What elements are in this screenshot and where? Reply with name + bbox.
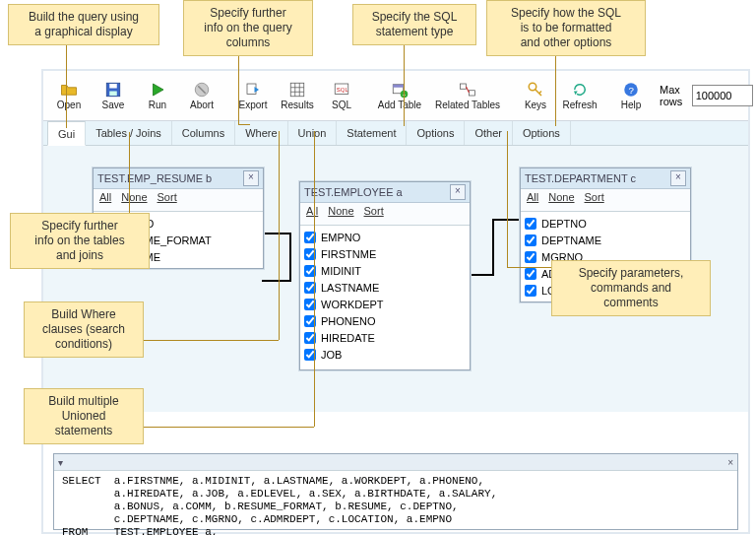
column-row[interactable]: HIREDATE xyxy=(304,329,466,346)
tab-options[interactable]: Options xyxy=(407,121,465,145)
column-checkbox[interactable] xyxy=(525,268,536,280)
column-row[interactable]: DEPTNAME xyxy=(525,232,686,248)
run-button[interactable]: Run xyxy=(136,74,179,117)
sql-panel-header: ▾ × xyxy=(54,454,737,471)
sort-link[interactable]: Sort xyxy=(585,191,604,209)
column-row[interactable]: FIRSTNME xyxy=(304,245,466,262)
sort-link[interactable]: Sort xyxy=(158,191,177,209)
close-icon[interactable]: × xyxy=(727,457,733,468)
close-icon[interactable]: × xyxy=(450,184,466,200)
tab-options-2[interactable]: Options xyxy=(513,121,571,145)
close-icon[interactable]: × xyxy=(670,170,686,186)
lead-line xyxy=(123,340,279,341)
max-rows-label: Max rows xyxy=(660,84,688,107)
tab-other[interactable]: Other xyxy=(465,121,513,145)
sql-button[interactable]: SQL SQL xyxy=(320,74,363,117)
export-icon xyxy=(244,81,262,99)
table-header[interactable]: TEST.EMPLOYEE a × xyxy=(300,182,470,203)
column-label: LASTNAME xyxy=(321,282,379,294)
callout-union: Build multiple Unioned statements xyxy=(24,388,144,444)
svg-rect-2 xyxy=(109,92,117,97)
table-header[interactable]: TEST.EMP_RESUME b × xyxy=(94,168,263,189)
svg-rect-7 xyxy=(290,83,304,97)
toolbar-label: Abort xyxy=(190,100,214,110)
lead-line xyxy=(555,49,556,126)
column-row[interactable]: WORKDEPT xyxy=(304,296,466,312)
help-button[interactable]: ? Help xyxy=(609,74,653,117)
column-label: DEPTNAME xyxy=(541,234,601,246)
lead-line xyxy=(404,39,405,126)
add-table-button[interactable]: + Add Table xyxy=(371,74,428,117)
refresh-button[interactable]: Refresh xyxy=(558,74,601,117)
max-rows-control: Max rows ▼ xyxy=(660,84,756,107)
toolbar-label: Results xyxy=(281,100,313,110)
column-label: JOB xyxy=(321,349,342,361)
column-row[interactable]: JOB xyxy=(304,346,466,363)
svg-rect-19 xyxy=(470,91,475,96)
max-rows-input[interactable] xyxy=(692,85,753,106)
tab-union[interactable]: Union xyxy=(288,121,338,145)
toolbar-label: Help xyxy=(621,100,642,110)
abort-button[interactable]: Abort xyxy=(180,74,223,117)
column-row[interactable]: DEPTNO xyxy=(525,215,686,232)
select-all-link[interactable]: All xyxy=(527,191,538,209)
svg-rect-15 xyxy=(393,85,404,88)
callout-graphical-display: Build the query using a graphical displa… xyxy=(8,4,159,45)
svg-marker-3 xyxy=(154,84,164,96)
help-icon: ? xyxy=(622,81,640,99)
column-label: FIRSTNME xyxy=(321,248,376,260)
column-label: DEPTNO xyxy=(541,218,587,230)
sql-icon: SQL xyxy=(333,81,350,99)
tab-statement[interactable]: Statement xyxy=(337,121,407,145)
table-subbar: All None Sort xyxy=(300,203,470,226)
select-none-link[interactable]: None xyxy=(328,205,353,223)
callout-statement-type: Specify the SQL statement type xyxy=(352,4,476,45)
sql-panel: ▾ × SELECT a.FIRSTNME, a.MIDINIT, a.LAST… xyxy=(53,453,738,530)
select-all-link[interactable]: All xyxy=(99,191,111,209)
column-label: MIDINIT xyxy=(321,265,361,277)
lead-line xyxy=(66,43,67,128)
add-table-icon: + xyxy=(391,81,409,99)
callout-format-options: Specify how the SQL is to be formatted a… xyxy=(486,0,646,56)
callout-where: Build Where clauses (search conditions) xyxy=(24,301,144,358)
column-checkbox[interactable] xyxy=(525,218,536,230)
column-row[interactable]: LASTNAME xyxy=(304,279,466,296)
column-label: WORKDEPT xyxy=(321,299,384,310)
toolbar-label: Keys xyxy=(525,100,546,110)
play-icon xyxy=(149,81,166,99)
svg-text:SQL: SQL xyxy=(337,87,349,93)
column-row[interactable]: MIDINIT xyxy=(304,262,466,279)
toolbar-label: Add Table xyxy=(378,100,421,110)
keys-button[interactable]: Keys xyxy=(514,74,557,117)
related-tables-button[interactable]: Related Tables xyxy=(429,74,506,117)
column-checkbox[interactable] xyxy=(525,234,536,246)
tab-columns[interactable]: Columns xyxy=(172,121,235,145)
table-header[interactable]: TEST.DEPARTMENT c × xyxy=(521,168,690,189)
close-icon[interactable]: × xyxy=(243,170,259,186)
column-checkbox[interactable] xyxy=(525,285,536,297)
column-checkbox[interactable] xyxy=(525,251,536,263)
save-button[interactable]: Save xyxy=(92,74,135,117)
column-row[interactable]: EMPNO xyxy=(304,229,466,245)
chevron-down-icon[interactable]: ▾ xyxy=(58,457,63,468)
toolbar-label: Related Tables xyxy=(435,100,500,110)
lead-line xyxy=(238,49,239,124)
lead-line xyxy=(238,124,250,125)
column-row[interactable]: PHONENO xyxy=(304,312,466,329)
sql-text[interactable]: SELECT a.FIRSTNME, a.MIDINIT, a.LASTNAME… xyxy=(54,471,737,535)
select-all-link[interactable]: All xyxy=(306,205,318,223)
floppy-icon xyxy=(104,81,122,99)
callout-other: Specify parameters, commands and comment… xyxy=(551,260,711,316)
table-box-employee[interactable]: TEST.EMPLOYEE a × All None Sort EMPNOFIR… xyxy=(299,181,471,370)
grid-icon xyxy=(288,81,306,99)
main-toolbar: Open Save Run Abort Export Results SQL S… xyxy=(43,71,748,121)
results-button[interactable]: Results xyxy=(276,74,319,117)
open-button[interactable]: Open xyxy=(47,74,91,117)
svg-rect-18 xyxy=(461,84,467,89)
svg-line-20 xyxy=(467,87,470,93)
key-icon xyxy=(527,81,544,99)
callout-query-columns: Specify further info on the query column… xyxy=(183,0,313,56)
sort-link[interactable]: Sort xyxy=(364,205,384,223)
select-none-link[interactable]: None xyxy=(548,191,574,209)
select-none-link[interactable]: None xyxy=(121,191,147,209)
